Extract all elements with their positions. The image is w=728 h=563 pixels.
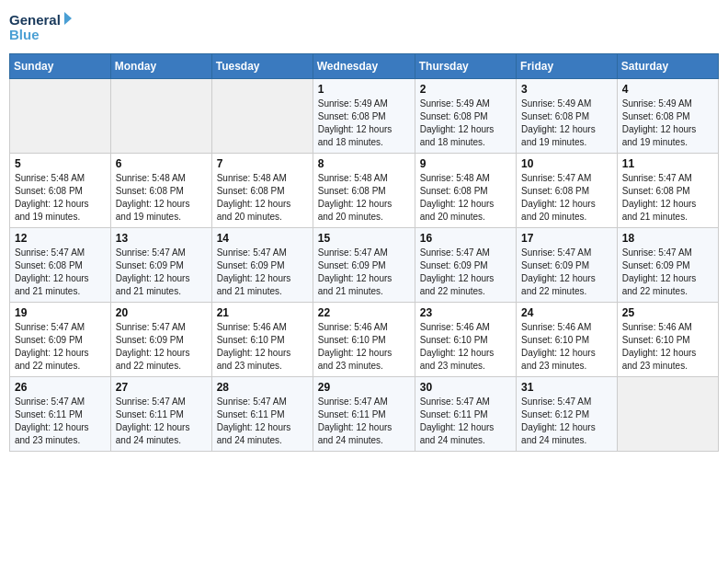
- day-info: Sunrise: 5:46 AM Sunset: 6:10 PM Dayligh…: [217, 321, 308, 373]
- day-info: Sunrise: 5:47 AM Sunset: 6:08 PM Dayligh…: [521, 172, 612, 224]
- day-number: 9: [420, 157, 511, 170]
- day-number: 15: [318, 232, 410, 245]
- day-cell: 9Sunrise: 5:48 AM Sunset: 6:08 PM Daylig…: [415, 154, 516, 228]
- day-cell: 22Sunrise: 5:46 AM Sunset: 6:10 PM Dayli…: [313, 303, 415, 377]
- day-cell: 30Sunrise: 5:47 AM Sunset: 6:11 PM Dayli…: [415, 377, 516, 452]
- day-number: 5: [15, 157, 106, 170]
- col-header-sunday: Sunday: [10, 54, 111, 79]
- day-info: Sunrise: 5:48 AM Sunset: 6:08 PM Dayligh…: [217, 172, 308, 224]
- day-info: Sunrise: 5:47 AM Sunset: 6:12 PM Dayligh…: [521, 396, 612, 447]
- day-info: Sunrise: 5:48 AM Sunset: 6:08 PM Dayligh…: [318, 172, 410, 224]
- day-number: 21: [217, 306, 308, 319]
- day-number: 3: [521, 83, 612, 96]
- day-info: Sunrise: 5:47 AM Sunset: 6:09 PM Dayligh…: [116, 321, 207, 373]
- day-cell: 8Sunrise: 5:48 AM Sunset: 6:08 PM Daylig…: [313, 154, 415, 228]
- day-number: 17: [521, 232, 612, 245]
- day-cell: 15Sunrise: 5:47 AM Sunset: 6:09 PM Dayli…: [313, 228, 415, 303]
- day-number: 6: [116, 157, 207, 170]
- day-number: 1: [318, 83, 410, 96]
- day-cell: 31Sunrise: 5:47 AM Sunset: 6:12 PM Dayli…: [517, 377, 618, 452]
- header-row: SundayMondayTuesdayWednesdayThursdayFrid…: [10, 54, 719, 79]
- day-cell: 16Sunrise: 5:47 AM Sunset: 6:09 PM Dayli…: [415, 228, 516, 303]
- day-cell: 14Sunrise: 5:47 AM Sunset: 6:09 PM Dayli…: [211, 228, 313, 303]
- day-info: Sunrise: 5:47 AM Sunset: 6:09 PM Dayligh…: [15, 321, 106, 373]
- day-info: Sunrise: 5:49 AM Sunset: 6:08 PM Dayligh…: [318, 98, 410, 149]
- day-info: Sunrise: 5:48 AM Sunset: 6:08 PM Dayligh…: [116, 172, 207, 224]
- day-info: Sunrise: 5:47 AM Sunset: 6:09 PM Dayligh…: [521, 247, 612, 298]
- day-number: 18: [622, 232, 713, 245]
- week-row-3: 12Sunrise: 5:47 AM Sunset: 6:08 PM Dayli…: [10, 228, 719, 303]
- day-cell: 13Sunrise: 5:47 AM Sunset: 6:09 PM Dayli…: [110, 228, 211, 303]
- day-number: 4: [622, 83, 713, 96]
- day-number: 23: [420, 306, 511, 319]
- day-info: Sunrise: 5:47 AM Sunset: 6:09 PM Dayligh…: [420, 247, 511, 298]
- day-cell: 7Sunrise: 5:48 AM Sunset: 6:08 PM Daylig…: [211, 154, 313, 228]
- day-number: 28: [217, 381, 308, 394]
- day-number: 14: [217, 232, 308, 245]
- day-info: Sunrise: 5:47 AM Sunset: 6:09 PM Dayligh…: [318, 247, 410, 298]
- day-info: Sunrise: 5:49 AM Sunset: 6:08 PM Dayligh…: [521, 98, 612, 149]
- day-number: 29: [318, 381, 410, 394]
- day-cell: [10, 79, 111, 154]
- day-cell: 26Sunrise: 5:47 AM Sunset: 6:11 PM Dayli…: [10, 377, 111, 452]
- day-cell: [211, 79, 313, 154]
- svg-marker-1: [64, 12, 72, 25]
- day-cell: 23Sunrise: 5:46 AM Sunset: 6:10 PM Dayli…: [415, 303, 516, 377]
- day-cell: 12Sunrise: 5:47 AM Sunset: 6:08 PM Dayli…: [10, 228, 111, 303]
- day-number: 22: [318, 306, 410, 319]
- day-cell: 11Sunrise: 5:47 AM Sunset: 6:08 PM Dayli…: [617, 154, 718, 228]
- day-info: Sunrise: 5:46 AM Sunset: 6:10 PM Dayligh…: [622, 321, 713, 373]
- day-info: Sunrise: 5:47 AM Sunset: 6:08 PM Dayligh…: [15, 247, 106, 298]
- day-info: Sunrise: 5:46 AM Sunset: 6:10 PM Dayligh…: [521, 321, 612, 373]
- day-cell: 1Sunrise: 5:49 AM Sunset: 6:08 PM Daylig…: [313, 79, 415, 154]
- day-cell: 28Sunrise: 5:47 AM Sunset: 6:11 PM Dayli…: [211, 377, 313, 452]
- day-number: 30: [420, 381, 511, 394]
- day-number: 12: [15, 232, 106, 245]
- logo-svg: GeneralBlue: [9, 9, 74, 44]
- day-number: 7: [217, 157, 308, 170]
- day-info: Sunrise: 5:46 AM Sunset: 6:10 PM Dayligh…: [318, 321, 410, 373]
- day-cell: 17Sunrise: 5:47 AM Sunset: 6:09 PM Dayli…: [517, 228, 618, 303]
- day-info: Sunrise: 5:47 AM Sunset: 6:11 PM Dayligh…: [116, 396, 207, 447]
- day-cell: 29Sunrise: 5:47 AM Sunset: 6:11 PM Dayli…: [313, 377, 415, 452]
- day-cell: 5Sunrise: 5:48 AM Sunset: 6:08 PM Daylig…: [10, 154, 111, 228]
- day-number: 11: [622, 157, 713, 170]
- page: GeneralBlue SundayMondayTuesdayWednesday…: [0, 0, 728, 563]
- day-cell: 27Sunrise: 5:47 AM Sunset: 6:11 PM Dayli…: [110, 377, 211, 452]
- day-info: Sunrise: 5:47 AM Sunset: 6:11 PM Dayligh…: [420, 396, 511, 447]
- day-info: Sunrise: 5:48 AM Sunset: 6:08 PM Dayligh…: [15, 172, 106, 224]
- col-header-thursday: Thursday: [415, 54, 516, 79]
- col-header-saturday: Saturday: [617, 54, 718, 79]
- day-cell: 24Sunrise: 5:46 AM Sunset: 6:10 PM Dayli…: [517, 303, 618, 377]
- col-header-monday: Monday: [110, 54, 211, 79]
- col-header-wednesday: Wednesday: [313, 54, 415, 79]
- day-number: 16: [420, 232, 511, 245]
- day-cell: 21Sunrise: 5:46 AM Sunset: 6:10 PM Dayli…: [211, 303, 313, 377]
- day-info: Sunrise: 5:49 AM Sunset: 6:08 PM Dayligh…: [622, 98, 713, 149]
- day-info: Sunrise: 5:47 AM Sunset: 6:09 PM Dayligh…: [622, 247, 713, 298]
- day-number: 27: [116, 381, 207, 394]
- day-number: 20: [116, 306, 207, 319]
- svg-text:General: General: [9, 12, 61, 28]
- day-cell: 4Sunrise: 5:49 AM Sunset: 6:08 PM Daylig…: [617, 79, 718, 154]
- week-row-2: 5Sunrise: 5:48 AM Sunset: 6:08 PM Daylig…: [10, 154, 719, 228]
- day-number: 19: [15, 306, 106, 319]
- day-info: Sunrise: 5:48 AM Sunset: 6:08 PM Dayligh…: [420, 172, 511, 224]
- header: GeneralBlue: [9, 9, 719, 44]
- day-number: 25: [622, 306, 713, 319]
- day-cell: 2Sunrise: 5:49 AM Sunset: 6:08 PM Daylig…: [415, 79, 516, 154]
- day-number: 24: [521, 306, 612, 319]
- day-cell: [110, 79, 211, 154]
- day-number: 10: [521, 157, 612, 170]
- day-info: Sunrise: 5:47 AM Sunset: 6:09 PM Dayligh…: [217, 247, 308, 298]
- calendar-table: SundayMondayTuesdayWednesdayThursdayFrid…: [9, 53, 719, 452]
- day-info: Sunrise: 5:47 AM Sunset: 6:11 PM Dayligh…: [15, 396, 106, 447]
- logo: GeneralBlue: [9, 9, 74, 44]
- day-cell: 20Sunrise: 5:47 AM Sunset: 6:09 PM Dayli…: [110, 303, 211, 377]
- col-header-friday: Friday: [517, 54, 618, 79]
- day-number: 2: [420, 83, 511, 96]
- day-cell: 10Sunrise: 5:47 AM Sunset: 6:08 PM Dayli…: [517, 154, 618, 228]
- day-cell: 3Sunrise: 5:49 AM Sunset: 6:08 PM Daylig…: [517, 79, 618, 154]
- day-info: Sunrise: 5:47 AM Sunset: 6:09 PM Dayligh…: [116, 247, 207, 298]
- week-row-1: 1Sunrise: 5:49 AM Sunset: 6:08 PM Daylig…: [10, 79, 719, 154]
